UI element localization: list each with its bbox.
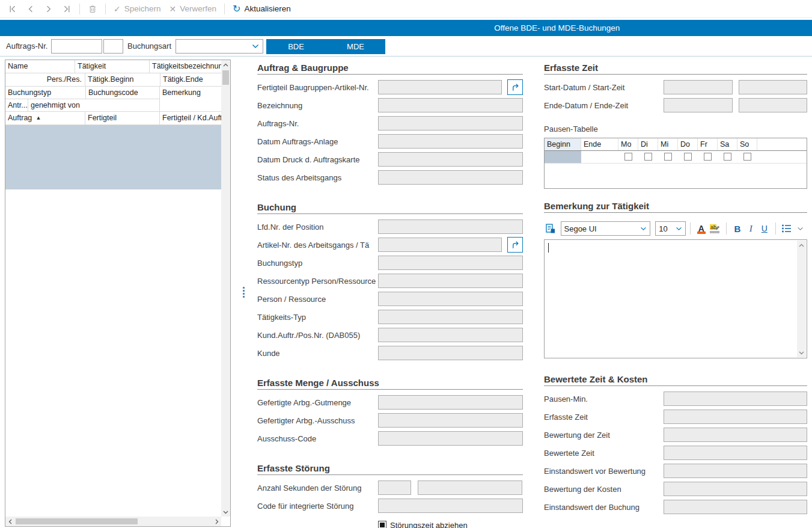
column-header-taetigkeit[interactable]: Tätigkeit [75,60,150,73]
day-checkbox-do[interactable] [684,153,692,161]
column-header-auftrag[interactable]: Auftrag▲ [5,112,85,125]
column-header-taetigk-ende[interactable]: Tätigk.Ende [160,73,230,87]
table-vertical-scrollbar[interactable] [221,60,230,517]
ressourcentyp-input[interactable] [378,274,523,288]
save-button[interactable]: ✓ Speichern [111,1,164,17]
ausschuss-input[interactable] [378,413,523,428]
gutmenge-input[interactable] [378,395,523,410]
pausen-col-so[interactable]: So [737,138,757,150]
splitter-grip[interactable] [243,287,245,298]
column-header-pers-res[interactable]: Pers./Res. [5,73,85,87]
lookup-button[interactable] [507,79,523,95]
pausen-col-mo[interactable]: Mo [618,138,638,150]
column-header-buchungscode[interactable]: Buchungscode [86,87,160,99]
column-header-antrag[interactable]: Antr... [5,99,28,112]
ausschuss-code-input[interactable] [378,431,523,446]
einstandswert-vor-bewertung-input[interactable] [664,464,807,478]
day-checkbox-mo[interactable] [624,153,632,161]
scroll-up-arrow[interactable] [221,60,230,69]
kund-auftr-pos-nr-input[interactable] [378,328,523,342]
start-zeit-input[interactable] [739,80,807,94]
ende-datum-input[interactable] [664,98,733,112]
toolbar-overflow-button[interactable] [794,221,808,236]
pausen-selected-cell[interactable] [545,151,581,163]
ende-zeit-input[interactable] [739,98,807,112]
kunde-input[interactable] [378,346,523,360]
font-family-dropdown[interactable]: Segoe UI [561,221,651,236]
tab-bde[interactable]: BDE [266,39,326,54]
column-header-name[interactable]: Name [5,60,75,73]
bold-button[interactable]: B [731,221,745,236]
underline-button[interactable]: U [758,221,772,236]
person-ressource-input[interactable] [378,292,523,306]
nav-prev-button[interactable] [23,1,38,17]
scroll-right-arrow[interactable] [212,517,221,526]
day-checkbox-di[interactable] [644,153,652,161]
datum-auftrags-anlage-input[interactable] [378,134,523,149]
tab-mde[interactable]: MDE [326,39,385,54]
scroll-thumb[interactable] [222,70,229,85]
day-checkbox-so[interactable] [743,153,751,161]
stoerung-sekunden-input[interactable] [378,480,411,495]
scroll-thumb[interactable] [16,518,138,524]
column-header-buchungstyp[interactable]: Buchungstyp [5,87,86,99]
pausen-col-fr[interactable]: Fr [698,138,718,150]
pausen-col-mi[interactable]: Mi [658,138,678,150]
datum-druck-auftragskarte-input[interactable] [378,152,523,167]
erfasste-zeit-input[interactable] [664,410,807,424]
column-header-taetigk-beginn[interactable]: Tätigk.Beginn [85,73,160,87]
highlight-color-button[interactable]: ab [708,221,722,236]
selected-row-highlight[interactable] [5,125,222,189]
day-checkbox-sa[interactable] [724,153,731,161]
bullet-list-button[interactable] [780,221,794,236]
einstandswert-buchung-input[interactable] [664,500,807,514]
discard-button[interactable]: ✕ Verwerfen [166,1,220,17]
start-datum-input[interactable] [664,80,733,94]
bezeichnung-input[interactable] [378,98,523,112]
lfd-nr-position-input[interactable] [378,219,523,234]
bemerkung-textarea[interactable] [544,239,807,358]
paste-text-button[interactable] [544,221,558,236]
italic-button[interactable]: I [744,221,758,236]
delete-button[interactable] [85,1,100,17]
status-arbeitsgang-input[interactable] [378,170,523,185]
font-color-button[interactable]: A [695,221,709,236]
column-header-genehmigt-von[interactable]: genehmigt von [28,99,160,112]
pausen-col-sa[interactable]: Sa [718,138,737,150]
bewertung-kosten-input[interactable] [664,482,807,496]
nav-next-button[interactable] [41,1,56,17]
day-checkbox-fr[interactable] [704,153,712,161]
day-checkbox-mi[interactable] [664,153,672,161]
scroll-up-arrow[interactable] [797,241,806,250]
auftrags-nr-input[interactable] [378,116,523,130]
scroll-left-arrow[interactable] [5,517,14,526]
font-size-dropdown[interactable]: 10 [655,221,685,236]
bewertete-zeit-input[interactable] [664,446,807,460]
column-header-taetigkeitsbezeichnung[interactable]: Tätigkeitsbezeichnung [150,60,230,73]
pausen-col-di[interactable]: Di [638,138,658,150]
column-header-bemerkung[interactable]: Bemerkung [160,87,230,112]
nav-first-button[interactable] [5,1,20,17]
scroll-down-arrow[interactable] [797,348,806,357]
column-header-fertigteil-kd-auftrag[interactable]: Fertigteil / Kd.Auftrag [160,112,230,125]
lookup-button[interactable] [507,237,523,253]
taetigkeits-typ-input[interactable] [378,310,523,324]
pausen-col-do[interactable]: Do [678,138,698,150]
stoerungszeit-abziehen-checkbox[interactable] [378,521,386,528]
refresh-button[interactable]: ↻ Aktualisieren [230,1,294,17]
column-header-fertigteil[interactable]: Fertigteil [85,112,160,125]
order-no-suffix-input[interactable] [103,39,123,54]
booking-type-dropdown[interactable] [176,39,263,54]
stoerung-dauer-input[interactable] [418,480,522,495]
pausen-col-beginn[interactable]: Beginn [545,138,581,150]
stoerung-code-input[interactable] [378,499,523,513]
nav-last-button[interactable] [59,1,75,17]
fertigteil-baugruppen-artikel-nr-input[interactable] [378,80,502,94]
pausen-min-input[interactable] [664,391,807,406]
scroll-down-arrow[interactable] [221,508,230,517]
order-no-input[interactable] [51,39,102,54]
pausen-col-ende[interactable]: Ende [581,138,618,150]
bewertung-zeit-input[interactable] [664,428,807,442]
editor-vertical-scrollbar[interactable] [797,241,806,357]
artikel-nr-arbeitsgang-input[interactable] [378,238,502,252]
